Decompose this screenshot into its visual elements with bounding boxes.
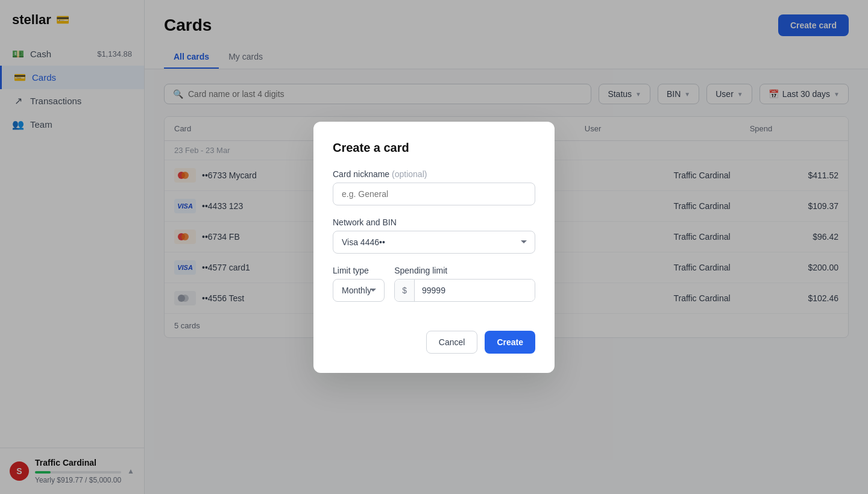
- modal-footer: Cancel Create: [333, 331, 535, 354]
- spending-limit-input[interactable]: [415, 280, 535, 301]
- network-field-group: Network and BIN Visa 4446•• Mastercard 6…: [333, 217, 535, 254]
- modal-overlay[interactable]: Create a card Card nickname (optional) N…: [0, 0, 868, 494]
- spending-input-container: $: [394, 279, 535, 302]
- modal-title: Create a card: [333, 141, 535, 155]
- nickname-field-group: Card nickname (optional): [333, 169, 535, 205]
- spending-limit-label: Spending limit: [394, 266, 535, 275]
- currency-prefix: $: [395, 280, 415, 301]
- network-label: Network and BIN: [333, 217, 535, 227]
- create-card-modal: Create a card Card nickname (optional) N…: [313, 122, 555, 373]
- nickname-input[interactable]: [333, 183, 535, 205]
- limit-type-select[interactable]: Monthly Weekly Daily Yearly Lifetime: [333, 279, 385, 302]
- create-button[interactable]: Create: [485, 331, 535, 354]
- cancel-button[interactable]: Cancel: [426, 331, 478, 354]
- limit-row: Limit type Monthly Weekly Daily Yearly L…: [333, 266, 535, 314]
- nickname-label: Card nickname (optional): [333, 169, 535, 179]
- spending-limit-group: Spending limit $: [394, 266, 535, 302]
- network-select[interactable]: Visa 4446•• Mastercard 6734••: [333, 231, 535, 254]
- limit-type-group: Limit type Monthly Weekly Daily Yearly L…: [333, 266, 385, 302]
- limit-type-label: Limit type: [333, 266, 385, 275]
